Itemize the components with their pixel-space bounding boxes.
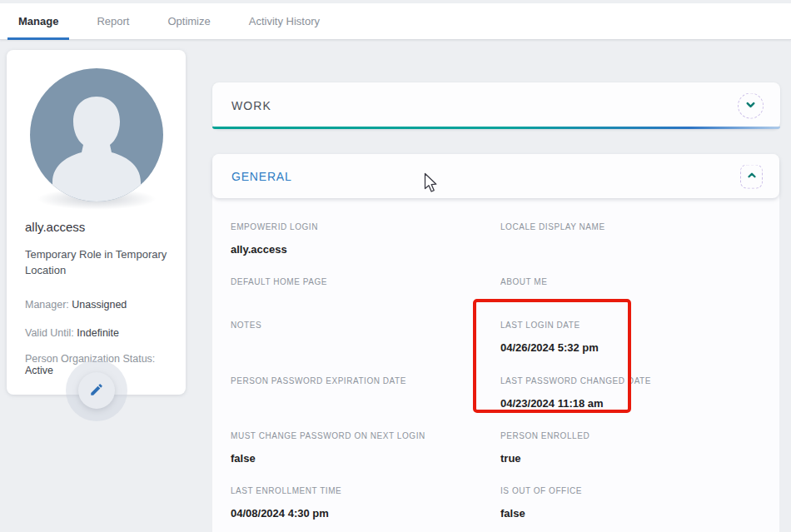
field-label: ABOUT ME <box>500 277 760 287</box>
profile-name: ally.access <box>25 220 186 234</box>
field-label: PERSON ENROLLED <box>500 431 760 441</box>
field-about-me: ABOUT ME <box>500 277 760 321</box>
field-person-enrolled: PERSON ENROLLED true <box>500 431 760 486</box>
field-value: ally.access <box>231 243 500 256</box>
chevron-up-icon <box>746 169 758 183</box>
field-value: false <box>231 452 500 465</box>
general-collapse-button[interactable] <box>740 164 763 188</box>
field-label: PERSON PASSWORD EXPIRATION DATE <box>231 376 500 386</box>
section-work-title: WORK <box>212 99 271 112</box>
field-label: LAST LOGIN DATE <box>500 321 760 331</box>
valid-until-label: Valid Until: <box>25 327 77 339</box>
profile-card: ally.access Temporary Role in Temporary … <box>7 50 186 395</box>
top-tab-bar: Manage Report Optimize Activity History <box>0 3 791 40</box>
general-fields: EMPOWERID LOGIN ally.access LOCALE DISPL… <box>212 198 779 532</box>
tab-manage[interactable]: Manage <box>10 3 67 39</box>
profile-role: Temporary Role in Temporary Location <box>25 247 167 279</box>
section-general-title: GENERAL <box>212 170 292 183</box>
field-must-change-password: MUST CHANGE PASSWORD ON NEXT LOGIN false <box>231 431 500 486</box>
section-general-header: GENERAL <box>212 154 779 198</box>
field-label: LOCALE DISPLAY NAME <box>500 222 760 232</box>
section-work: WORK <box>212 82 780 129</box>
tab-report[interactable]: Report <box>88 3 137 39</box>
work-expand-button[interactable] <box>738 93 764 119</box>
field-last-password-changed-date: LAST PASSWORD CHANGED DATE 04/23/2024 11… <box>500 376 760 431</box>
field-default-home-page: DEFAULT HOME PAGE <box>231 277 500 321</box>
profile-valid-until: Valid Until: Indefinite <box>25 327 167 339</box>
valid-until-value: Indefinite <box>77 327 119 339</box>
field-last-enrollment-time: LAST ENROLLMENT TIME 04/08/2024 4:30 pm <box>231 486 500 532</box>
field-value: 04/08/2024 4:30 pm <box>231 507 500 520</box>
field-label: LAST ENROLLMENT TIME <box>231 486 500 496</box>
field-label: DEFAULT HOME PAGE <box>231 277 500 287</box>
field-empowerid-login: EMPOWERID LOGIN ally.access <box>231 222 500 277</box>
tab-activity-history[interactable]: Activity History <box>241 3 328 39</box>
field-value: false <box>500 507 760 520</box>
page: Manage Report Optimize Activity History … <box>0 0 791 532</box>
field-label: MUST CHANGE PASSWORD ON NEXT LOGIN <box>231 431 500 441</box>
field-label: NOTES <box>231 321 500 331</box>
field-person-password-expiration-date: PERSON PASSWORD EXPIRATION DATE <box>231 376 500 431</box>
field-locale-display-name: LOCALE DISPLAY NAME <box>500 222 760 277</box>
chevron-down-icon <box>744 98 757 113</box>
edit-profile-button[interactable] <box>78 372 115 409</box>
manager-value: Unassigned <box>72 299 127 311</box>
manager-label: Manager: <box>25 299 72 311</box>
field-label: EMPOWERID LOGIN <box>231 222 500 232</box>
field-label: LAST PASSWORD CHANGED DATE <box>500 376 760 386</box>
field-notes: NOTES <box>231 321 500 376</box>
profile-manager: Manager: Unassigned <box>25 299 167 311</box>
avatar <box>30 68 163 201</box>
field-value: 04/23/2024 11:18 am <box>500 397 760 410</box>
field-is-out-of-office: IS OUT OF OFFICE false <box>500 486 760 532</box>
field-last-login-date: LAST LOGIN DATE 04/26/2024 5:32 pm <box>500 321 760 376</box>
pencil-icon <box>89 382 104 400</box>
org-status-value: Active <box>25 365 53 376</box>
field-value: true <box>500 452 760 465</box>
section-general: GENERAL EMPOWERID LOGIN ally.access LOCA… <box>212 154 779 532</box>
field-value: 04/26/2024 5:32 pm <box>500 341 760 354</box>
person-silhouette-icon <box>30 68 163 201</box>
field-label: IS OUT OF OFFICE <box>500 486 760 496</box>
tab-optimize[interactable]: Optimize <box>159 3 218 39</box>
